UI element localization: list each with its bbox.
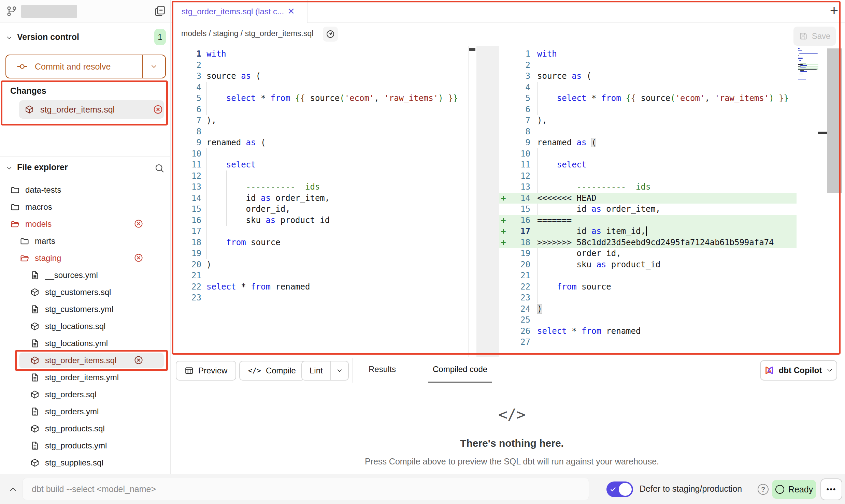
code-line-20[interactable]: 20 sku as product_id [499, 259, 797, 270]
code-line-5[interactable]: 5 select * from {{ source('ecom', 'raw_i… [499, 93, 797, 104]
file-tree-item-__sources.yml[interactable]: __sources.yml [0, 267, 171, 284]
code-line-4[interactable]: 4 [173, 82, 468, 93]
code-line-6[interactable]: 6 [499, 104, 797, 115]
code-line-20[interactable]: 20) [173, 259, 468, 270]
file-tree-item-stg_orders.sql[interactable]: stg_orders.sql [0, 386, 171, 403]
chevron-down-icon[interactable] [5, 34, 13, 42]
code-line-13[interactable]: 13 ---------- ids [499, 181, 797, 193]
commit-and-resolve-button[interactable]: Commit and resolve [5, 55, 166, 78]
file-tree-item-marts[interactable]: marts [0, 233, 171, 250]
lint-label[interactable]: Lint [302, 361, 330, 380]
new-tab-button[interactable]: + [826, 3, 842, 19]
right-scrollbar-thumb[interactable] [827, 48, 842, 193]
commit-and-resolve-main[interactable]: Commit and resolve [6, 55, 142, 78]
help-icon[interactable]: ? [758, 484, 769, 495]
code-line-3[interactable]: 3source as ( [499, 71, 797, 82]
code-line-15[interactable]: 15 order_id, [173, 204, 468, 215]
code-line-17[interactable]: +17 id as item_id, [499, 226, 797, 237]
code-line-9[interactable]: 9renamed as ( [499, 137, 797, 148]
code-line-9[interactable]: 9renamed as ( [173, 137, 468, 148]
panel-tab-compiled-code[interactable]: Compiled code [428, 357, 492, 383]
panel-tab-results[interactable]: Results [364, 357, 401, 383]
code-line-23[interactable]: 23 [173, 292, 468, 303]
file-tree-item-stg_supplies.sql[interactable]: stg_supplies.sql [0, 454, 171, 471]
file-tree-item-macros[interactable]: macros [0, 198, 171, 216]
discard-change-icon[interactable] [134, 219, 143, 228]
code-line-12[interactable]: 12 [499, 171, 797, 182]
file-tree-item-stg_order_items.sql[interactable]: stg_order_items.sql [0, 352, 171, 369]
code-line-19[interactable]: 19 [173, 248, 468, 259]
code-line-18[interactable]: +18>>>>>>> 58c1dd23d5eebd9cd2495fa7124ab… [499, 237, 797, 248]
code-line-1[interactable]: 1with [499, 48, 797, 60]
compile-button[interactable]: </> Compile [239, 361, 305, 381]
code-line-2[interactable]: 2 [173, 60, 468, 71]
code-line-4[interactable]: 4 [499, 82, 797, 93]
tab-stg-order-items[interactable]: stg_order_items.sql (last c... ✕ [173, 0, 307, 23]
code-line-22[interactable]: 22 from source [499, 281, 797, 293]
file-tree-item-stg_locations.yml[interactable]: stg_locations.yml [0, 335, 171, 352]
code-line-18[interactable]: 18 from source [173, 237, 468, 248]
discard-change-icon[interactable] [134, 253, 143, 263]
discard-change-icon[interactable] [153, 104, 163, 115]
code-line-7[interactable]: 7), [499, 115, 797, 126]
search-icon[interactable] [154, 163, 164, 173]
code-line-19[interactable]: 19 order_id, [499, 248, 797, 259]
code-line-21[interactable]: 21 [499, 270, 797, 281]
changed-file-item[interactable]: stg_order_items.sql [19, 100, 164, 119]
save-button[interactable]: Save [793, 27, 836, 46]
pane-divider[interactable] [476, 46, 499, 357]
file-tree-item-stg_order_items.yml[interactable]: stg_order_items.yml [0, 369, 171, 386]
code-line-22[interactable]: 22select * from renamed [173, 281, 468, 293]
code-line-8[interactable]: 8 [173, 126, 468, 137]
code-line-6[interactable]: 6 [173, 104, 468, 115]
code-line-10[interactable]: 10 [499, 148, 797, 160]
file-tree-item-models[interactable]: models [0, 216, 171, 233]
chevron-down-icon[interactable] [5, 164, 13, 172]
code-line-10[interactable]: 10 [173, 148, 468, 160]
preview-button[interactable]: Preview [176, 361, 236, 381]
copy-files-icon[interactable] [154, 5, 166, 17]
status-badge[interactable]: Ready [772, 480, 816, 499]
code-line-17[interactable]: 17 [173, 226, 468, 237]
defer-toggle[interactable] [606, 481, 633, 497]
commit-options-caret[interactable] [142, 55, 165, 78]
left-scrollbar-track[interactable] [468, 46, 476, 357]
left-scrollbar-thumb[interactable] [469, 48, 475, 51]
code-line-5[interactable]: 5 select * from {{ source('ecom', 'raw_i… [173, 93, 468, 104]
code-line-2[interactable]: 2 [499, 60, 797, 71]
lint-options-caret[interactable] [330, 361, 348, 380]
code-line-11[interactable]: 11 select [173, 159, 468, 171]
editor-pane-original[interactable]: 1with23source as (45 select * from {{ so… [173, 46, 468, 357]
file-tree-item-stg_customers.yml[interactable]: stg_customers.yml [0, 301, 171, 318]
code-line-13[interactable]: 13 ---------- ids [173, 181, 468, 193]
minimap[interactable] [798, 48, 819, 85]
lineage-button[interactable] [323, 27, 338, 42]
chevron-up-icon[interactable] [8, 485, 18, 494]
file-tree-item-stg_products.yml[interactable]: stg_products.yml [0, 437, 171, 454]
code-line-16[interactable]: 16 sku as product_id [173, 215, 468, 226]
code-line-15[interactable]: 15 id as order_item, [499, 204, 797, 215]
version-control-header[interactable]: Version control [0, 30, 170, 46]
discard-change-icon[interactable] [134, 355, 143, 365]
code-line-21[interactable]: 21 [173, 270, 468, 281]
code-line-1[interactable]: 1with [173, 48, 468, 60]
more-options-button[interactable]: ••• [820, 478, 842, 500]
code-line-12[interactable]: 12 [173, 171, 468, 182]
tab-close-icon[interactable]: ✕ [287, 6, 295, 17]
file-tree-item-data-tests[interactable]: data-tests [0, 181, 171, 198]
file-tree-item-staging[interactable]: staging [0, 250, 171, 267]
code-line-11[interactable]: 11 select [499, 159, 797, 171]
code-line-8[interactable]: 8 [499, 126, 797, 137]
code-line-27[interactable]: 27 [499, 337, 797, 348]
code-line-16[interactable]: +16======= [499, 215, 797, 226]
code-line-24[interactable]: 24) [499, 303, 797, 315]
code-line-3[interactable]: 3source as ( [173, 71, 468, 82]
file-tree-item-stg_orders.yml[interactable]: stg_orders.yml [0, 403, 171, 420]
code-line-14[interactable]: 14 id as order_item, [173, 193, 468, 204]
file-tree-item-stg_products.sql[interactable]: stg_products.sql [0, 420, 171, 437]
file-explorer-header[interactable]: File explorer [0, 160, 170, 176]
code-line-7[interactable]: 7), [173, 115, 468, 126]
lint-button[interactable]: Lint [301, 361, 349, 381]
code-line-26[interactable]: 26select * from renamed [499, 326, 797, 337]
editor-pane-modified[interactable]: 1with23source as (45 select * from {{ so… [499, 46, 797, 357]
